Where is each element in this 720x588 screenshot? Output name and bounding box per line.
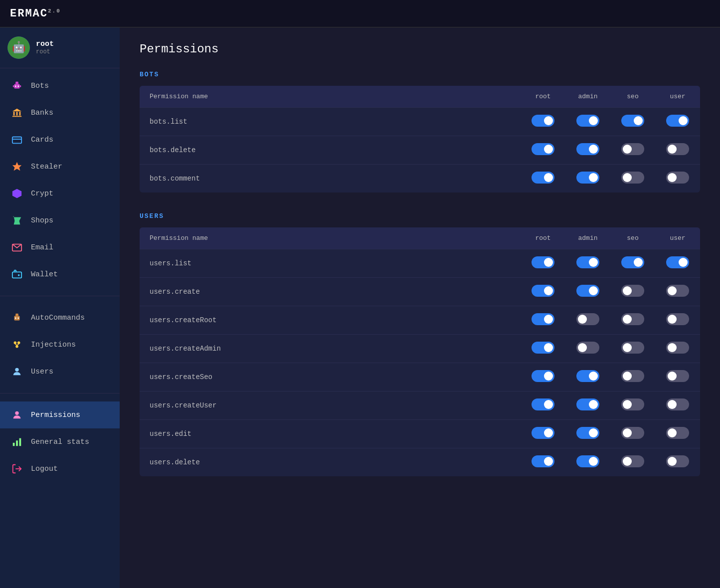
toggle-cell-user	[655, 249, 700, 278]
section-bots: BOTSPermission namerootadminseouserbots.…	[140, 71, 700, 193]
sidebar-item-logout[interactable]: Logout	[0, 455, 120, 482]
sidebar-item-cards[interactable]: Cards	[0, 126, 120, 153]
sidebar-item-shops[interactable]: Shops	[0, 207, 120, 234]
sidebar-item-permissions[interactable]: Permissions	[0, 401, 120, 428]
toggle-seo[interactable]	[621, 285, 644, 297]
toggle-admin[interactable]	[576, 342, 599, 354]
sidebar-item-wallet-label: Wallet	[31, 270, 58, 279]
toggle-seo[interactable]	[621, 172, 644, 184]
toggle-user[interactable]	[666, 172, 689, 184]
sidebar-item-autocommands[interactable]: AutoCommands	[0, 304, 120, 331]
toggle-seo[interactable]	[621, 455, 644, 467]
col-header-root: root	[521, 227, 565, 249]
toggle-root[interactable]	[532, 427, 554, 439]
toggle-knob	[623, 457, 632, 466]
permission-name: users.delete	[140, 448, 521, 477]
toggle-knob	[679, 258, 688, 267]
sidebar-item-email[interactable]: Email	[0, 234, 120, 261]
toggle-root[interactable]	[532, 455, 554, 467]
toggle-knob	[544, 428, 553, 437]
toggle-user[interactable]	[666, 313, 689, 325]
table-row: users.delete	[140, 448, 700, 477]
toggle-root[interactable]	[532, 143, 554, 155]
permission-name: bots.comment	[140, 165, 521, 193]
toggle-admin[interactable]	[576, 370, 599, 382]
table-row: bots.comment	[140, 165, 700, 193]
toggle-admin[interactable]	[576, 172, 599, 184]
toggle-root[interactable]	[532, 285, 554, 297]
sidebar-item-crypt[interactable]: Crypt	[0, 180, 120, 207]
toggle-user[interactable]	[666, 398, 689, 410]
toggle-admin[interactable]	[576, 115, 599, 127]
toggle-admin[interactable]	[576, 427, 599, 439]
toggle-user[interactable]	[666, 256, 689, 268]
toggle-cell-seo	[610, 392, 655, 420]
toggle-root[interactable]	[532, 115, 554, 127]
toggle-root[interactable]	[532, 172, 554, 184]
toggle-cell-seo	[610, 108, 655, 136]
toggle-cell-root	[521, 392, 565, 420]
toggle-root[interactable]	[532, 256, 554, 268]
toggle-root[interactable]	[532, 370, 554, 382]
toggle-admin[interactable]	[576, 285, 599, 297]
permission-name: users.edit	[140, 420, 521, 448]
permission-name: bots.list	[140, 108, 521, 136]
cards-icon	[10, 133, 24, 147]
sidebar-item-users[interactable]: Users	[0, 358, 120, 385]
toggle-seo[interactable]	[621, 313, 644, 325]
toggle-seo[interactable]	[621, 427, 644, 439]
toggle-root[interactable]	[532, 313, 554, 325]
sidebar-item-stealer[interactable]: Stealer	[0, 153, 120, 180]
toggle-admin[interactable]	[576, 143, 599, 155]
toggle-knob	[589, 116, 598, 125]
toggle-seo[interactable]	[621, 256, 644, 268]
table-row: users.edit	[140, 420, 700, 448]
toggle-user[interactable]	[666, 285, 689, 297]
toggle-knob	[544, 116, 553, 125]
toggle-seo[interactable]	[621, 342, 644, 354]
section-title-users: USERS	[140, 212, 700, 220]
toggle-cell-admin	[565, 249, 610, 278]
toggle-admin[interactable]	[576, 455, 599, 467]
toggle-root[interactable]	[532, 398, 554, 410]
sidebar-item-bots[interactable]: Bots	[0, 72, 120, 99]
toggle-cell-user	[655, 306, 700, 335]
toggle-user[interactable]	[666, 455, 689, 467]
sidebar-item-shops-label: Shops	[31, 216, 53, 225]
toggle-admin[interactable]	[576, 313, 599, 325]
svg-point-27	[15, 411, 18, 415]
toggle-seo[interactable]	[621, 143, 644, 155]
svg-marker-14	[12, 189, 21, 198]
toggle-user[interactable]	[666, 427, 689, 439]
sidebar-item-general-stats[interactable]: General stats	[0, 428, 120, 455]
toggle-cell-seo	[610, 306, 655, 335]
toggle-seo[interactable]	[621, 398, 644, 410]
toggle-user[interactable]	[666, 115, 689, 127]
toggle-user[interactable]	[666, 143, 689, 155]
sidebar-item-email-label: Email	[31, 243, 53, 252]
toggle-cell-seo	[610, 278, 655, 306]
sidebar-item-permissions-label: Permissions	[31, 411, 80, 419]
sidebar-item-wallet[interactable]: Wallet	[0, 261, 120, 288]
toggle-user[interactable]	[666, 342, 689, 354]
toggle-knob	[623, 400, 632, 409]
perm-table-users: Permission namerootadminseouserusers.lis…	[140, 227, 700, 476]
table-row: users.list	[140, 249, 700, 278]
permission-name: users.createUser	[140, 392, 521, 420]
toggle-seo[interactable]	[621, 370, 644, 382]
toggle-admin[interactable]	[576, 398, 599, 410]
toggle-user[interactable]	[666, 370, 689, 382]
toggle-admin[interactable]	[576, 256, 599, 268]
nav-section-bottom: Permissions General stats	[0, 397, 120, 486]
toggle-cell-root	[521, 448, 565, 477]
toggle-knob	[544, 286, 553, 295]
sidebar-item-banks[interactable]: Banks	[0, 99, 120, 126]
permission-name: users.create	[140, 278, 521, 306]
toggle-knob	[544, 258, 553, 267]
toggle-root[interactable]	[532, 342, 554, 354]
stealer-icon	[10, 160, 24, 174]
toggle-seo[interactable]	[621, 115, 644, 127]
toggle-knob	[668, 400, 677, 409]
sidebar-item-injections[interactable]: Injections	[0, 331, 120, 358]
table-row: users.createAdmin	[140, 335, 700, 363]
